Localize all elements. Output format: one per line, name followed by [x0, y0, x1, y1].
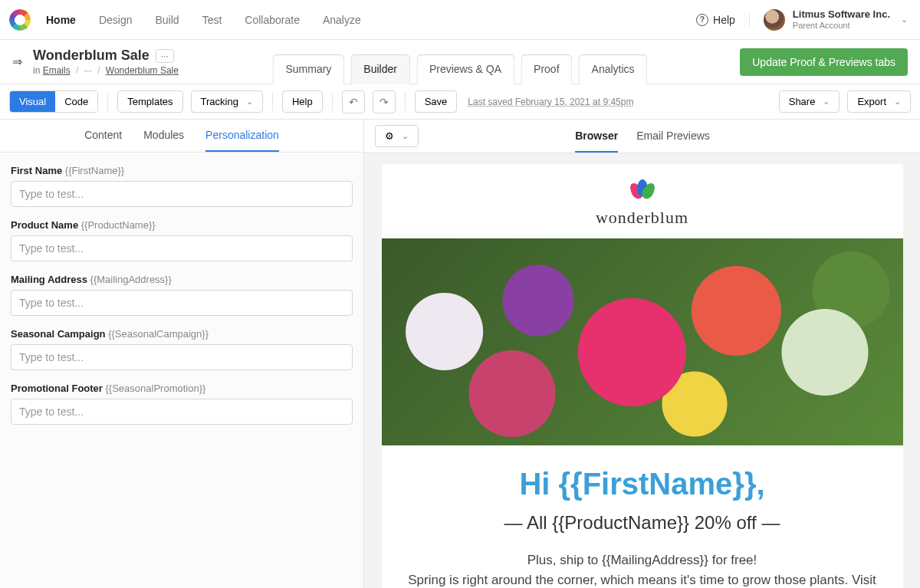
wonderblum-logo-icon — [633, 182, 652, 202]
chevron-down-icon: ⌄ — [402, 131, 409, 141]
title-more-button[interactable]: ··· — [156, 49, 174, 63]
undo-button[interactable]: ↶ — [342, 90, 365, 113]
chevron-down-icon: ⌄ — [894, 97, 901, 107]
nav-home[interactable]: Home — [46, 14, 76, 26]
section-tabs: Summary Builder Previews & QA Proof Anal… — [272, 54, 647, 84]
nav-analyze[interactable]: Analyze — [323, 14, 361, 26]
field-promotional-footer: Promotional Footer {{SeasonalPromotion}} — [11, 383, 353, 425]
field-token: {{SeasonalPromotion}} — [106, 383, 206, 394]
tab-previews-qa[interactable]: Previews & QA — [416, 54, 514, 84]
avatar — [764, 9, 785, 31]
breadcrumb-current[interactable]: Wonderblum Sale — [106, 65, 179, 76]
account-name: Litmus Software Inc. — [793, 8, 890, 21]
brand-name: wonderblum — [382, 208, 903, 228]
chevron-down-icon: ⌄ — [901, 15, 908, 25]
field-product-name: Product Name {{ProductName}} — [11, 219, 353, 261]
save-button[interactable]: Save — [415, 90, 458, 113]
preview-pane: ⚙ ⌄ Browser Email Previews wonderblum Hi… — [364, 120, 920, 588]
code-mode-button[interactable]: Code — [55, 91, 97, 112]
chevron-down-icon: ⌄ — [823, 97, 830, 107]
tab-summary[interactable]: Summary — [272, 54, 344, 84]
title-bar: ⇒ Wonderblum Sale ··· in Emails / ··· / … — [0, 40, 920, 84]
mailing-address-input[interactable] — [11, 290, 353, 316]
top-nav: Home Design Build Test Collaborate Analy… — [0, 0, 920, 40]
sidebar-tabs: Content Modules Personalization — [0, 120, 363, 153]
nav-design[interactable]: Design — [99, 14, 133, 26]
breadcrumb: in Emails / ··· / Wonderblum Sale — [33, 65, 179, 76]
logo-icon[interactable] — [9, 9, 31, 31]
tab-proof[interactable]: Proof — [521, 54, 572, 84]
visual-mode-button[interactable]: Visual — [10, 91, 55, 112]
preview-tab-email[interactable]: Email Previews — [636, 120, 710, 153]
promotional-footer-input[interactable] — [11, 399, 353, 425]
share-label: Share — [789, 96, 816, 107]
field-label: Product Name — [11, 219, 78, 231]
field-token: {{SeasonalCampaign}} — [108, 328, 209, 340]
field-label: First Name — [11, 165, 62, 176]
field-token: {{MailingAddress}} — [90, 274, 172, 285]
field-token: {{ProductName}} — [81, 219, 156, 231]
sidebar-tab-modules[interactable]: Modules — [143, 129, 184, 152]
email-greeting: Hi {{FirstName}}, — [382, 445, 903, 512]
view-mode-segment: Visual Code — [9, 90, 98, 113]
preview-bar: ⚙ ⌄ Browser Email Previews — [364, 120, 920, 153]
export-label: Export — [857, 96, 886, 107]
last-saved-label: Last saved February 15, 2021 at 9:45pm — [468, 97, 633, 107]
sidebar-tab-content[interactable]: Content — [84, 129, 122, 152]
seasonal-campaign-input[interactable] — [11, 344, 353, 370]
tab-analytics[interactable]: Analytics — [579, 54, 648, 84]
field-seasonal-campaign: Seasonal Campaign {{SeasonalCampaign}} — [11, 328, 353, 370]
undo-icon: ↶ — [349, 96, 358, 108]
account-sub: Parent Account — [793, 21, 890, 31]
share-button[interactable]: Share ⌄ — [779, 90, 840, 113]
hero-image — [382, 238, 903, 445]
help-button[interactable]: Help — [282, 90, 323, 113]
tracking-button[interactable]: Tracking ⌄ — [191, 90, 263, 113]
help-label: Help — [713, 14, 735, 26]
breadcrumb-root[interactable]: Emails — [43, 65, 71, 76]
field-first-name: First Name {{FirstName}} — [11, 165, 353, 207]
sidebar-tab-personalization[interactable]: Personalization — [205, 129, 279, 152]
redo-button[interactable]: ↷ — [373, 90, 396, 113]
preview-tabs: Browser Email Previews — [575, 120, 710, 153]
field-label: Promotional Footer — [11, 383, 103, 394]
collapse-sidebar-button[interactable]: ⇒ — [6, 50, 28, 74]
email-body: Plus, ship to {{MailingAddress}} for fre… — [382, 550, 903, 588]
account-menu[interactable]: Litmus Software Inc. Parent Account ⌄ — [764, 8, 908, 31]
sidebar: Content Modules Personalization First Na… — [0, 120, 364, 588]
help-link[interactable]: ? Help — [696, 14, 750, 26]
nav-build[interactable]: Build — [156, 14, 179, 26]
breadcrumb-prefix: in — [33, 65, 40, 76]
account-text: Litmus Software Inc. Parent Account — [793, 8, 890, 31]
tab-builder[interactable]: Builder — [350, 54, 410, 84]
page-title: Wonderblum Sale — [33, 48, 150, 64]
toolbar: Visual Code Templates Tracking ⌄ Help ↶ … — [0, 84, 920, 120]
email-preview: wonderblum Hi {{FirstName}}, — All {{Pro… — [382, 164, 903, 588]
topnav-items: Home Design Build Test Collaborate Analy… — [46, 14, 361, 26]
breadcrumb-ellipsis: ··· — [84, 65, 92, 76]
field-token: {{FirstName}} — [65, 165, 124, 176]
export-button[interactable]: Export ⌄ — [847, 90, 911, 113]
help-icon: ? — [696, 14, 708, 26]
first-name-input[interactable] — [11, 181, 353, 207]
templates-button[interactable]: Templates — [117, 90, 182, 113]
field-label: Seasonal Campaign — [11, 328, 106, 340]
preview-settings-button[interactable]: ⚙ ⌄ — [375, 125, 419, 147]
main: Content Modules Personalization First Na… — [0, 120, 920, 588]
email-subhead: — All {{ProductName}} 20% off — — [382, 512, 903, 550]
email-brand-header: wonderblum — [382, 164, 903, 238]
preview-tab-browser[interactable]: Browser — [575, 120, 618, 153]
preview-body[interactable]: wonderblum Hi {{FirstName}}, — All {{Pro… — [364, 153, 920, 588]
gear-icon: ⚙ — [385, 130, 394, 142]
nav-collaborate[interactable]: Collaborate — [245, 14, 300, 26]
redo-icon: ↷ — [380, 96, 389, 108]
email-body-line2: Spring is right around the corner, which… — [408, 570, 877, 589]
product-name-input[interactable] — [11, 235, 353, 261]
update-proof-button[interactable]: Update Proof & Previews tabs — [740, 48, 908, 76]
chevron-down-icon: ⌄ — [246, 97, 253, 107]
nav-test[interactable]: Test — [202, 14, 222, 26]
field-label: Mailing Address — [11, 274, 87, 285]
personalization-fields: First Name {{FirstName}} Product Name {{… — [0, 153, 363, 437]
tracking-label: Tracking — [201, 96, 238, 107]
field-mailing-address: Mailing Address {{MailingAddress}} — [11, 274, 353, 316]
